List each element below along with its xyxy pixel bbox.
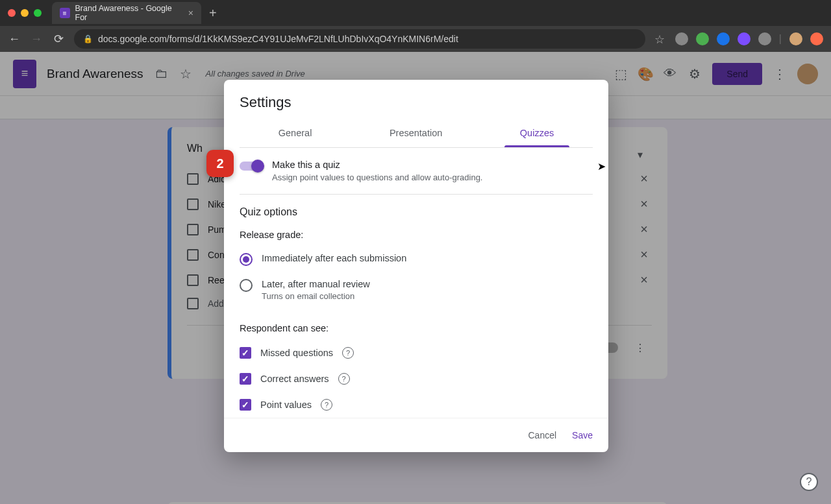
settings-dialog: Settings General Presentation Quizzes Ma… — [224, 80, 608, 452]
forms-favicon-icon — [60, 8, 70, 18]
extension-icon[interactable] — [810, 32, 823, 45]
dialog-body: Make this a quiz Assign point values to … — [224, 148, 608, 418]
lock-icon: 🔒 — [83, 34, 93, 43]
profile-avatar-icon[interactable] — [789, 32, 802, 45]
help-icon[interactable]: ? — [321, 399, 332, 411]
correct-answers-label: Correct answers — [260, 374, 329, 384]
close-window-icon[interactable] — [8, 9, 16, 17]
save-button[interactable]: Save — [572, 430, 593, 440]
close-tab-icon[interactable]: × — [188, 8, 193, 18]
release-immediately-row[interactable]: Immediately after each submission — [240, 246, 593, 272]
release-later-label: Later, after manual review — [262, 279, 370, 289]
tab-presentation[interactable]: Presentation — [384, 120, 447, 147]
minimize-window-icon[interactable] — [21, 9, 29, 17]
back-button[interactable]: ← — [8, 32, 21, 46]
extension-icon[interactable] — [675, 32, 688, 45]
extension-icon[interactable] — [717, 32, 730, 45]
radio-icon[interactable] — [240, 279, 253, 292]
url-text: docs.google.com/forms/d/1KkKMS9ezC4Y91UJ… — [98, 34, 458, 44]
extension-icon[interactable] — [758, 32, 771, 45]
window-controls[interactable] — [8, 9, 42, 17]
make-quiz-row: Make this a quiz Assign point values to … — [240, 148, 593, 195]
point-values-label: Point values — [260, 400, 312, 410]
dialog-tabs: General Presentation Quizzes — [240, 120, 593, 148]
address-bar: ← → ⟳ 🔒 docs.google.com/forms/d/1KkKMS9e… — [0, 26, 831, 52]
url-field[interactable]: 🔒 docs.google.com/forms/d/1KkKMS9ezC4Y91… — [74, 29, 645, 49]
help-fab[interactable]: ? — [800, 473, 818, 491]
checkbox-checked-icon[interactable] — [240, 399, 251, 411]
maximize-window-icon[interactable] — [34, 9, 42, 17]
extension-icon[interactable] — [696, 32, 709, 45]
help-icon[interactable]: ? — [342, 347, 354, 359]
missed-questions-row[interactable]: Missed questions ? — [240, 340, 593, 366]
make-quiz-toggle[interactable] — [240, 162, 263, 171]
missed-questions-label: Missed questions — [260, 348, 333, 358]
browser-chrome: Brand Awareness - Google For × + ← → ⟳ 🔒… — [0, 0, 831, 52]
cursor-icon: ➤ — [597, 160, 606, 173]
release-immediately-label: Immediately after each submission — [262, 253, 406, 263]
tab-bar: Brand Awareness - Google For × + — [0, 0, 831, 26]
new-tab-button[interactable]: + — [209, 6, 217, 21]
correct-answers-row[interactable]: Correct answers ? — [240, 366, 593, 392]
forward-button[interactable]: → — [30, 32, 43, 46]
help-icon[interactable]: ? — [338, 373, 350, 385]
bookmark-star-icon[interactable] — [654, 32, 667, 45]
step-badge: 2 — [206, 150, 234, 177]
release-later-row[interactable]: Later, after manual review Turns on emai… — [240, 272, 593, 307]
tab-general[interactable]: General — [273, 120, 317, 147]
cancel-button[interactable]: Cancel — [528, 430, 556, 440]
radio-icon[interactable] — [240, 253, 253, 266]
dialog-header: Settings General Presentation Quizzes — [224, 80, 608, 148]
checkbox-checked-icon[interactable] — [240, 347, 251, 359]
respondent-see-label: Respondent can see: — [240, 317, 593, 340]
extension-icon[interactable] — [738, 32, 750, 45]
reload-button[interactable]: ⟳ — [52, 32, 65, 46]
make-quiz-desc: Assign point values to questions and all… — [272, 173, 483, 182]
tab-title: Brand Awareness - Google For — [75, 4, 183, 22]
release-later-desc: Turns on email collection — [262, 291, 370, 301]
point-values-row[interactable]: Point values ? — [240, 392, 593, 418]
browser-tab[interactable]: Brand Awareness - Google For × — [52, 2, 201, 24]
checkbox-checked-icon[interactable] — [240, 373, 251, 385]
make-quiz-label: Make this a quiz — [272, 160, 483, 170]
quiz-options-title: Quiz options — [240, 195, 593, 223]
dialog-footer: Cancel Save — [224, 418, 608, 452]
extension-icons: | — [654, 32, 823, 45]
release-grade-label: Release grade: — [240, 223, 593, 246]
dialog-title: Settings — [240, 94, 593, 111]
tab-quizzes[interactable]: Quizzes — [515, 120, 559, 147]
